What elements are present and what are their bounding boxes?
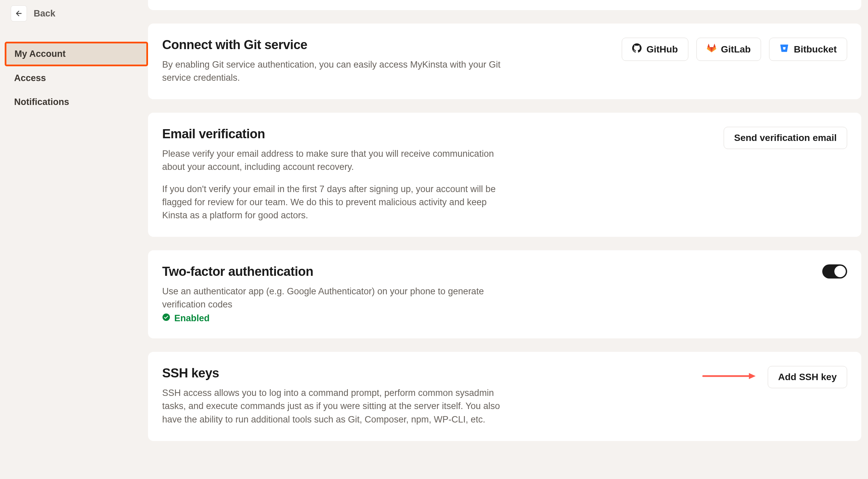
send-verification-email-label: Send verification email [734,132,837,143]
back-label: Back [34,8,56,19]
card-git-service: Connect with Git service By enabling Git… [148,24,861,99]
bitbucket-icon [779,43,789,55]
github-button[interactable]: GitHub [622,38,688,61]
github-icon [632,43,642,55]
sidebar-item-access[interactable]: Access [5,66,148,90]
ssh-title: SSH keys [162,366,505,380]
sidebar-item-label: Notifications [14,97,69,107]
card-two-factor: Two-factor authentication Use an authent… [148,250,861,339]
sidebar: Back My Account Access Notifications [0,0,148,479]
gitlab-button[interactable]: GitLab [696,38,761,61]
annotation-arrow-icon [702,372,756,380]
check-circle-icon [162,313,170,324]
card-top-sliver [148,0,861,10]
add-ssh-key-label: Add SSH key [778,372,837,382]
gitlab-label: GitLab [721,44,751,55]
git-desc: By enabling Git service authentication, … [162,58,505,85]
bitbucket-button[interactable]: Bitbucket [769,38,847,61]
sidebar-item-my-account[interactable]: My Account [5,42,148,66]
send-verification-email-button[interactable]: Send verification email [724,127,847,149]
ssh-desc: SSH access allows you to log into a comm… [162,386,505,426]
sidebar-item-notifications[interactable]: Notifications [5,90,148,114]
svg-marker-3 [749,373,756,379]
email-title: Email verification [162,127,505,141]
main-content: Connect with Git service By enabling Git… [148,0,868,479]
email-desc-2: If you don't verify your email in the fi… [162,183,505,222]
twofa-desc: Use an authenticator app (e.g. Google Au… [162,285,505,311]
github-label: GitHub [646,44,678,55]
sidebar-item-label: My Account [14,49,66,59]
add-ssh-key-button[interactable]: Add SSH key [768,366,847,388]
twofa-title: Two-factor authentication [162,264,505,279]
gitlab-icon [707,43,716,55]
arrow-left-icon [11,5,27,22]
git-title: Connect with Git service [162,38,505,52]
back-button[interactable]: Back [11,3,56,24]
email-desc-1: Please verify your email address to make… [162,147,505,173]
sidebar-item-label: Access [14,73,46,83]
toggle-knob [834,266,846,277]
twofa-status: Enabled [162,313,505,324]
bitbucket-label: Bitbucket [794,44,837,55]
twofa-status-label: Enabled [174,313,210,324]
twofa-toggle[interactable] [822,264,847,279]
card-email-verification: Email verification Please verify your em… [148,113,861,237]
card-ssh-keys: SSH keys SSH access allows you to log in… [148,352,861,441]
